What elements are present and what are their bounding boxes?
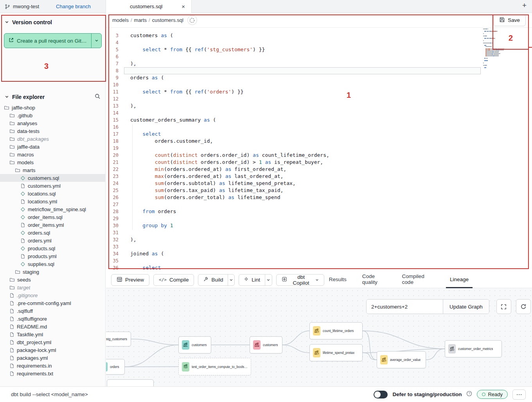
tree-item-orders.sql[interactable]: orders.sql <box>0 229 105 237</box>
lineage-node-test_order_items_compute_to_bools…[interactable]: TSTtest_order_items_compute_to_bools… <box>178 358 251 375</box>
tab-lineage[interactable]: Lineage <box>446 272 473 288</box>
code-line-29[interactable]: 29 <box>106 215 481 222</box>
code-line-10[interactable]: 10 <box>106 81 481 88</box>
tab-compiled-code[interactable]: Compiled code <box>401 272 432 288</box>
tree-item-marts[interactable]: marts <box>0 166 105 174</box>
preview-button[interactable]: Preview <box>111 274 149 286</box>
tree-item-products.sql[interactable]: products.sql <box>0 244 105 252</box>
code-line-22[interactable]: 22 min(orders.ordered_at) as first_order… <box>106 166 481 173</box>
tree-item-metricflow_time_spine.sql[interactable]: metricflow_time_spine.sql <box>0 205 105 213</box>
lineage-node-orders[interactable]: MDLorders <box>106 359 125 375</box>
code-line-33[interactable]: 33 <box>106 243 481 250</box>
tree-item-orders.yml[interactable]: orders.yml <box>0 237 105 244</box>
tree-item-seeds[interactable]: seeds <box>0 276 105 284</box>
tree-item-.gitignore[interactable]: .gitignore <box>0 291 105 299</box>
code-line-35[interactable]: 35 <box>106 257 481 264</box>
tree-item-macros[interactable]: macros <box>0 151 105 158</box>
lineage-node-count_lifetime_orders[interactable]: METcount_lifetime_orders <box>309 322 363 339</box>
lineage-node-stg_customers[interactable]: MDLstg_customers <box>106 332 131 346</box>
build-dropdown-caret[interactable] <box>228 275 234 285</box>
tree-item-locations.yml[interactable]: locations.yml <box>0 197 105 205</box>
code-line-30[interactable]: 30 group by 1 <box>106 222 481 229</box>
build-command-text[interactable]: dbt build --select <model_name> <box>11 391 88 397</box>
tree-item-README.md[interactable]: README.md <box>0 323 105 330</box>
tree-item-customers.yml[interactable]: customers.yml <box>0 182 105 190</box>
change-branch-link[interactable]: Change branch <box>56 4 91 9</box>
code-line-5[interactable]: 5 select * from {{ ref('stg_customers') … <box>106 46 481 53</box>
code-line-9[interactable]: 9orders as ( <box>106 74 481 81</box>
code-line-16[interactable]: 16 <box>106 124 481 131</box>
code-line-6[interactable]: 6 <box>106 53 481 60</box>
tree-item-analyses[interactable]: analyses <box>0 119 105 127</box>
pr-dropdown-caret[interactable] <box>91 34 101 48</box>
build-button[interactable]: Build <box>198 275 228 285</box>
tree-item-package-lock.yml[interactable]: package-lock.yml <box>0 346 105 354</box>
search-icon[interactable] <box>95 93 101 100</box>
code-line-32[interactable]: 32), <box>106 236 481 243</box>
tree-item-customers.sql[interactable]: customers.sql <box>0 174 105 182</box>
lineage-selector-input[interactable] <box>367 300 443 314</box>
dbt-copilot-button[interactable]: dbt Copilot <box>276 274 324 286</box>
file-explorer-header[interactable]: File explorer <box>0 90 105 104</box>
new-tab-button[interactable]: + <box>522 1 527 10</box>
code-line-13[interactable]: 13), <box>106 102 481 109</box>
version-control-header[interactable]: Version control <box>0 13 105 29</box>
code-line-12[interactable]: 12 <box>106 95 481 102</box>
refresh-button[interactable] <box>516 299 531 314</box>
lineage-node-customer_order_metrics[interactable]: QRYcustomer_order_metrics <box>445 340 502 357</box>
code-line-14[interactable]: 14 <box>106 109 481 117</box>
lineage-node-customers[interactable]: MDLcustomers <box>178 336 211 354</box>
code-line-34[interactable]: 34joined as ( <box>106 250 481 257</box>
code-line-25[interactable]: 25 sum(orders.tax_paid) as lifetime_tax_… <box>106 187 481 194</box>
tree-item-staging[interactable]: staging <box>0 268 105 276</box>
tree-item-.sqlfluffignore[interactable]: .sqlfluffignore <box>0 315 105 323</box>
tree-item-requirements.in[interactable]: requirements.in <box>0 362 105 370</box>
close-icon[interactable]: × <box>181 3 186 10</box>
create-pr-button[interactable]: Create a pull request on Git… <box>4 33 102 48</box>
fullscreen-button[interactable] <box>496 299 511 314</box>
tree-item-order_items.sql[interactable]: order_items.sql <box>0 213 105 221</box>
breadcrumb-models[interactable]: models <box>112 17 129 23</box>
minimap[interactable] <box>483 29 514 68</box>
code-line-15[interactable]: 15customer_orders_summary as ( <box>106 117 481 124</box>
code-line-18[interactable]: 18 orders.customer_id, <box>106 138 481 145</box>
breadcrumb-file[interactable]: customers.sql <box>152 17 183 23</box>
tree-item-data-tests[interactable]: data-tests <box>0 127 105 135</box>
code-line-24[interactable]: 24 sum(orders.subtotal) as lifetime_spen… <box>106 180 481 187</box>
tab-code-quality[interactable]: Code quality <box>361 272 387 288</box>
code-line-23[interactable]: 23 max(orders.ordered_at) as last_ordere… <box>106 173 481 180</box>
tree-item-packages.yml[interactable]: packages.yml <box>0 354 105 362</box>
tree-item-order_items.yml[interactable]: order_items.yml <box>0 221 105 229</box>
editor-tab-customers[interactable]: customers.sql × <box>106 0 192 13</box>
code-line-36[interactable]: 36 select <box>106 264 481 271</box>
lineage-node-partial[interactable] <box>107 379 154 386</box>
tab-results[interactable]: Results <box>328 272 347 288</box>
code-line-3[interactable]: 3customers as ( <box>106 32 481 39</box>
code-line-28[interactable]: 28 from orders <box>106 208 481 215</box>
lineage-panel[interactable]: MDLstg_customersMDLordersMDLcustomersSEM… <box>106 288 532 386</box>
lineage-node-average_order_value[interactable]: METaverage_order_value <box>377 351 426 368</box>
tree-item-supplies.sql[interactable]: supplies.sql <box>0 260 105 268</box>
lint-dropdown-caret[interactable] <box>265 275 271 285</box>
lint-button[interactable]: Lint <box>239 275 265 285</box>
save-button[interactable]: Save <box>493 14 526 26</box>
tree-item-products.yml[interactable]: products.yml <box>0 252 105 260</box>
lineage-shortcut-button[interactable] <box>187 15 197 25</box>
code-line-7[interactable]: 7), <box>106 60 481 67</box>
help-icon[interactable]: ? <box>466 391 472 398</box>
copilot-dropdown-caret[interactable] <box>315 278 319 282</box>
code-line-21[interactable]: 21 count(distinct orders.order_id) > 1 a… <box>106 159 481 166</box>
code-line-8[interactable]: 8 <box>106 67 481 74</box>
code-line-27[interactable]: 27 <box>106 201 481 208</box>
update-graph-button[interactable]: Update Graph <box>443 300 489 314</box>
tree-item-locations.sql[interactable]: locations.sql <box>0 190 105 197</box>
code-line-26[interactable]: 26 sum(orders.order_total) as lifetime_s… <box>106 194 481 201</box>
code-line-19[interactable]: 19 <box>106 145 481 152</box>
code-editor[interactable]: 3customers as (45 select * from {{ ref('… <box>106 28 532 272</box>
status-badge[interactable]: Ready <box>477 390 508 399</box>
tree-item-jaffle-data[interactable]: jaffle-data <box>0 143 105 151</box>
more-options-button[interactable]: ⋯ <box>512 389 526 400</box>
defer-toggle[interactable] <box>374 391 388 398</box>
code-line-11[interactable]: 11 select * from {{ ref('orders') }} <box>106 88 481 95</box>
code-line-31[interactable]: 31 <box>106 229 481 236</box>
